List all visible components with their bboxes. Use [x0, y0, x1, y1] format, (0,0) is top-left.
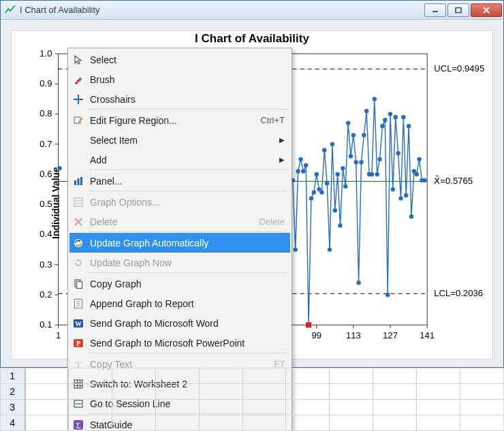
close-button[interactable] — [471, 3, 502, 17]
svg-rect-101 — [74, 198, 82, 206]
cell[interactable] — [25, 415, 69, 431]
cell[interactable] — [286, 415, 330, 431]
svg-text:141: 141 — [420, 330, 435, 340]
svg-point-46 — [301, 169, 305, 173]
row-header[interactable]: 2 — [1, 384, 25, 400]
cell[interactable] — [242, 400, 286, 415]
cell[interactable] — [199, 415, 242, 431]
window-title: I Chart of Availability — [20, 5, 424, 15]
svg-point-64 — [349, 154, 353, 158]
cell[interactable] — [242, 384, 286, 400]
menu-item-send-graph-to-microsoft-powerpoint[interactable]: PSend Graph to Microsoft PowerPoint — [69, 333, 290, 353]
svg-point-85 — [404, 193, 408, 197]
svg-point-68 — [359, 160, 363, 164]
svg-text:LCL=0.2036: LCL=0.2036 — [434, 288, 483, 298]
delete-x-icon — [71, 214, 86, 229]
cell[interactable] — [330, 415, 373, 431]
cell[interactable] — [112, 384, 155, 400]
svg-text:1.0: 1.0 — [40, 48, 52, 59]
cell[interactable] — [112, 415, 155, 431]
reload-icon — [71, 255, 86, 270]
menu-item-select-item[interactable]: Select Item▶ — [69, 130, 290, 150]
menu-item-edit-figure-region[interactable]: Edit Figure Region...Ctrl+T — [69, 110, 290, 130]
cell[interactable] — [68, 368, 112, 384]
cell[interactable] — [460, 384, 504, 400]
cell[interactable] — [199, 400, 242, 415]
worksheet-cells[interactable]: 1234 — [0, 368, 504, 431]
cell[interactable] — [373, 400, 417, 415]
cell[interactable] — [155, 415, 199, 431]
svg-text:0.9: 0.9 — [40, 78, 52, 89]
svg-point-59 — [335, 172, 339, 176]
cell[interactable] — [199, 384, 242, 400]
svg-point-80 — [391, 187, 395, 191]
cell[interactable] — [417, 400, 460, 415]
menu-item-brush[interactable]: Brush — [69, 69, 290, 89]
row-header[interactable]: 1 — [1, 368, 25, 384]
cell[interactable] — [460, 415, 504, 431]
svg-point-56 — [328, 247, 332, 251]
cell[interactable] — [155, 400, 199, 415]
cell[interactable] — [286, 368, 330, 384]
word-icon: W — [71, 316, 86, 331]
cell[interactable] — [460, 368, 504, 384]
menu-item-send-graph-to-microsoft-word[interactable]: WSend Graph to Microsoft Word — [69, 313, 290, 333]
svg-rect-99 — [78, 178, 80, 185]
svg-point-87 — [409, 214, 413, 219]
cell[interactable] — [373, 415, 417, 431]
cell[interactable] — [330, 400, 373, 415]
svg-rect-98 — [74, 180, 76, 185]
cell[interactable] — [68, 384, 112, 400]
menu-item-update-graph-automatically[interactable]: Update Graph Automatically — [69, 233, 290, 253]
svg-text:W: W — [75, 320, 82, 328]
cell[interactable] — [417, 368, 460, 384]
menu-item-crosshairs[interactable]: Crosshairs — [69, 89, 290, 109]
cell[interactable] — [417, 384, 460, 400]
svg-point-82 — [396, 151, 400, 155]
menu-item-panel[interactable]: Panel... — [69, 171, 290, 191]
copy-icon — [71, 276, 86, 291]
row-header[interactable]: 4 — [1, 415, 25, 431]
maximize-button[interactable] — [447, 3, 469, 17]
cell[interactable] — [112, 400, 155, 415]
menu-item-graph-options: Graph Options... — [69, 192, 290, 212]
brush-icon — [71, 72, 86, 87]
menu-item-add[interactable]: Add▶ — [69, 150, 290, 170]
cell[interactable] — [242, 415, 286, 431]
menu-item-append-graph-to-report[interactable]: Append Graph to Report — [69, 293, 290, 313]
cell[interactable] — [68, 400, 112, 415]
cell[interactable] — [25, 384, 69, 400]
minimize-button[interactable] — [424, 3, 446, 17]
cell[interactable] — [25, 368, 69, 384]
cell[interactable] — [330, 384, 373, 400]
svg-text:113: 113 — [346, 330, 361, 340]
titlebar[interactable]: I Chart of Availability — [1, 1, 503, 20]
menu-item-copy-graph[interactable]: Copy Graph — [69, 274, 290, 293]
cell[interactable] — [155, 384, 199, 400]
svg-point-54 — [322, 148, 326, 152]
cell[interactable] — [460, 400, 504, 415]
svg-point-89 — [414, 172, 418, 176]
cell[interactable] — [373, 384, 417, 400]
menu-item-label: Update Graph Now — [90, 257, 285, 268]
svg-point-69 — [362, 133, 366, 137]
refresh-icon — [71, 236, 86, 251]
cell[interactable] — [330, 368, 373, 384]
svg-text:0.1: 0.1 — [40, 319, 52, 330]
menu-item-label: Send Graph to Microsoft Word — [90, 318, 285, 329]
cell[interactable] — [242, 368, 286, 384]
cell[interactable] — [112, 368, 155, 384]
row-header[interactable]: 3 — [1, 400, 25, 415]
cell[interactable] — [417, 415, 460, 431]
cell[interactable] — [25, 400, 69, 415]
cell[interactable] — [155, 368, 199, 384]
menu-item-select[interactable]: Select — [69, 50, 290, 69]
svg-point-70 — [364, 109, 368, 113]
cell[interactable] — [68, 415, 112, 431]
cell[interactable] — [199, 368, 242, 384]
cell[interactable] — [373, 368, 417, 384]
cell[interactable] — [286, 400, 330, 415]
cell[interactable] — [286, 384, 330, 400]
svg-text:0.7: 0.7 — [40, 139, 52, 149]
bars-icon — [71, 174, 86, 189]
